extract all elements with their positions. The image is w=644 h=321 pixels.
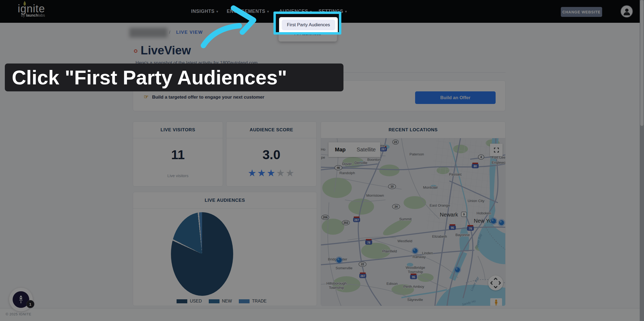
step-tooltip: Click "First Party Audiences" (5, 64, 343, 91)
dropdown-spotlight-panel: First Party Audiences (279, 17, 338, 32)
highlight-box: First Party Audiences (273, 12, 341, 35)
dim-overlay (0, 0, 644, 321)
annotation-arrow-icon (193, 5, 263, 51)
menu-item-first-party-audiences[interactable]: First Party Audiences (282, 20, 335, 30)
liveview-page: ignite by launchlabs INSIGHTS▾ ENGAGEMEN… (0, 0, 644, 321)
